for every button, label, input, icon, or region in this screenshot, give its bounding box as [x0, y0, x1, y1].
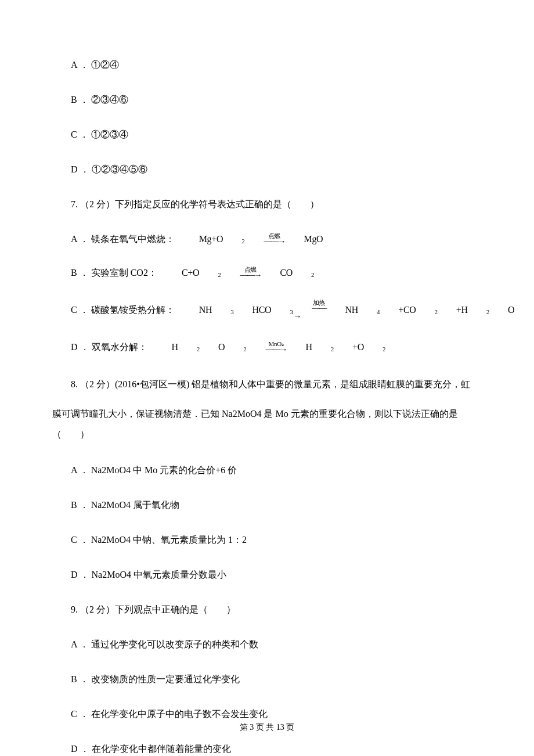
q6-option-d: D ． ①②③④⑤⑥: [52, 163, 482, 177]
formula-sub: 2: [293, 270, 314, 280]
q8-stem-line1: 8. （2 分）(2016•包河区一模) 铝是植物和人体中重要的微量元素，是组成…: [52, 374, 482, 394]
arrow-line: ——→: [247, 345, 287, 354]
formula-part: +H: [438, 303, 468, 317]
formula-part: Mg+O: [181, 232, 223, 246]
q8-option-a: A ． Na2MoO4 中 Mo 元素的化合价+6 价: [52, 463, 482, 477]
q8-stem-line2: 膜可调节瞳孔大小，保证视物清楚．已知 Na2MoO4 是 Mo 元素的重要化合物…: [52, 404, 482, 444]
q7-d-formula: H2O2 MnO₂ ——→ H2+O2: [153, 340, 386, 354]
q8-option-d: D ． Na2MoO4 中氧元素质量分数最小: [52, 568, 482, 582]
q7-c-label: C ． 碳酸氢铵受热分解：: [52, 303, 175, 317]
formula-sub: 2: [312, 344, 334, 354]
formula-part: O: [489, 303, 514, 317]
formula-sub: 2: [225, 344, 246, 354]
arrow-line: ——→: [221, 271, 261, 279]
formula-sub: 2: [468, 307, 489, 317]
q6-option-c: C ． ①②③④: [52, 128, 482, 142]
q7-option-d: D ． 双氧水分解： H2O2 MnO₂ ——→ H2+O2: [52, 340, 482, 354]
formula-sub: 2: [223, 236, 244, 246]
page-footer: 第 3 页 共 13 页: [0, 722, 534, 733]
formula-part: HCO: [233, 303, 271, 317]
q7-a-label: A ． 镁条在氧气中燃烧：: [52, 232, 175, 246]
q7-option-c: C ． 碳酸氢铵受热分解： NH3HCO3 加热 ——→ NH4+CO2+H2O: [52, 300, 482, 321]
formula-part: CO: [261, 266, 293, 280]
formula-sub: 4: [358, 307, 380, 317]
formula-part: O: [200, 340, 225, 354]
q6-option-b: B ． ②③④⑥: [52, 93, 482, 107]
q9-option-d: D ． 在化学变化中都伴随着能量的变化: [52, 742, 482, 756]
formula-part: NH: [181, 303, 212, 317]
formula-sub: 3: [271, 307, 293, 317]
formula-sub: 2: [364, 344, 385, 354]
formula-part: +O: [334, 340, 364, 354]
formula-sub: 2: [416, 307, 438, 317]
formula-sub: 2: [178, 344, 200, 354]
formula-part: NH: [326, 303, 358, 317]
q7-option-b: B ． 实验室制 CO2： C+O2 点燃 ——→ CO2: [52, 266, 482, 280]
formula-part: C+O: [163, 266, 199, 280]
q9-stem: 9. （2 分）下列观点中正确的是（ ）: [52, 603, 482, 617]
q8-option-b: B ． Na2MoO4 属于氧化物: [52, 498, 482, 512]
q9-option-a: A ． 通过化学变化可以改变原子的种类和个数: [52, 638, 482, 651]
q7-a-formula: Mg+O2 点燃 ——→ MgO: [181, 232, 323, 246]
q7-b-formula: C+O2 点燃 ——→ CO2: [163, 266, 314, 280]
arrow-line: ——→: [293, 304, 326, 321]
formula-sub: 3: [212, 307, 233, 317]
q7-c-formula: NH3HCO3 加热 ——→ NH4+CO2+H2O: [181, 300, 515, 321]
q9-option-b: B ． 改变物质的性质一定要通过化学变化: [52, 672, 482, 686]
page-content: A ． ①②④ B ． ②③④⑥ C ． ①②③④ D ． ①②③④⑤⑥ 7. …: [52, 58, 482, 756]
q7-stem: 7. （2 分）下列指定反应的化学符号表达式正确的是（ ）: [52, 197, 482, 211]
formula-part: H: [287, 340, 312, 354]
q7-b-label: B ． 实验室制 CO2：: [52, 266, 157, 280]
q6-option-a: A ． ①②④: [52, 58, 482, 72]
arrow-line: ——→: [245, 237, 284, 246]
arrow-icon: 点燃 ——→: [221, 267, 261, 279]
q8-option-c: C ． Na2MoO4 中钠、氧元素质量比为 1：2: [52, 533, 482, 547]
formula-sub: 2: [199, 270, 221, 280]
q7-option-a: A ． 镁条在氧气中燃烧： Mg+O2 点燃 ——→ MgO: [52, 232, 482, 246]
formula-part: MgO: [285, 232, 323, 246]
arrow-icon: 加热 ——→: [293, 300, 326, 321]
arrow-icon: 点燃 ——→: [245, 233, 284, 246]
formula-part: H: [153, 340, 178, 354]
formula-part: +CO: [380, 303, 416, 317]
q7-d-label: D ． 双氧水分解：: [52, 340, 147, 354]
arrow-icon: MnO₂ ——→: [247, 341, 287, 354]
q9-option-c: C ． 在化学变化中原子中的电子数不会发生变化: [52, 707, 482, 721]
